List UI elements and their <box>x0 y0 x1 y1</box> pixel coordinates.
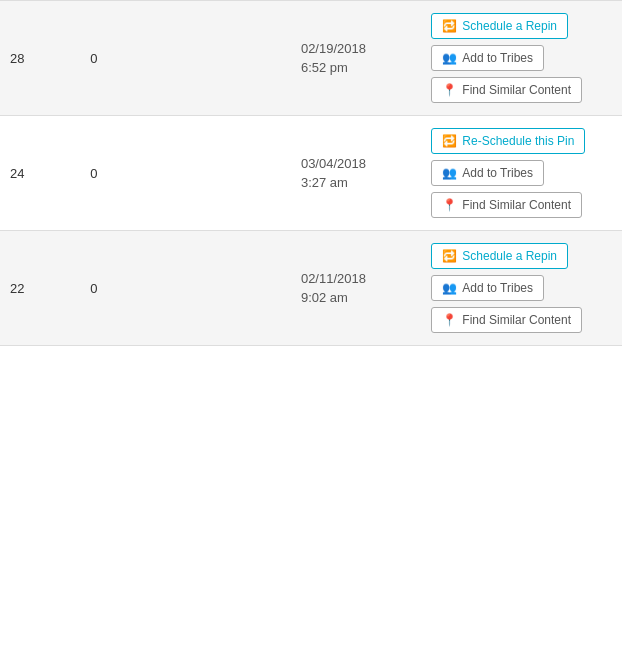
row-count: 0 <box>80 231 160 346</box>
action-buttons: 🔁Re-Schedule this Pin👥Add to Tribes📍Find… <box>431 128 612 218</box>
find-similar-content-button[interactable]: 📍Find Similar Content <box>431 307 582 333</box>
add-to-tribes-button[interactable]: 👥Add to Tribes <box>431 160 544 186</box>
row-actions: 🔁Schedule a Repin👥Add to Tribes📍Find Sim… <box>421 1 622 116</box>
similar-icon: 📍 <box>442 313 457 327</box>
action-btn-label: Schedule a Repin <box>462 249 557 263</box>
content-table: 28002/19/20186:52 pm🔁Schedule a Repin👥Ad… <box>0 0 622 346</box>
add-to-tribes-button[interactable]: 👥Add to Tribes <box>431 45 544 71</box>
row-date: 03/04/20183:27 am <box>291 116 421 231</box>
action-buttons: 🔁Schedule a Repin👥Add to Tribes📍Find Sim… <box>431 243 612 333</box>
similar-icon: 📍 <box>442 198 457 212</box>
repin-icon: 🔁 <box>442 19 457 33</box>
row-date: 02/11/20189:02 am <box>291 231 421 346</box>
row-number: 24 <box>0 116 80 231</box>
date-line2: 9:02 am <box>301 290 348 305</box>
row-count: 0 <box>80 1 160 116</box>
tribes-btn-label: Add to Tribes <box>462 51 533 65</box>
schedule-repin-button[interactable]: 🔁Re-Schedule this Pin <box>431 128 585 154</box>
repin-icon: 🔁 <box>442 249 457 263</box>
row-thumbnail <box>161 1 291 116</box>
similar-btn-label: Find Similar Content <box>462 83 571 97</box>
action-btn-label: Re-Schedule this Pin <box>462 134 574 148</box>
repin-icon: 🔁 <box>442 134 457 148</box>
find-similar-content-button[interactable]: 📍Find Similar Content <box>431 192 582 218</box>
row-thumbnail <box>161 116 291 231</box>
date-line2: 3:27 am <box>301 175 348 190</box>
row-count: 0 <box>80 116 160 231</box>
find-similar-content-button[interactable]: 📍Find Similar Content <box>431 77 582 103</box>
date-line1: 03/04/2018 <box>301 156 366 171</box>
date-line2: 6:52 pm <box>301 60 348 75</box>
table-row: 24003/04/20183:27 am🔁Re-Schedule this Pi… <box>0 116 622 231</box>
tribes-btn-label: Add to Tribes <box>462 281 533 295</box>
similar-icon: 📍 <box>442 83 457 97</box>
table-row: 28002/19/20186:52 pm🔁Schedule a Repin👥Ad… <box>0 1 622 116</box>
add-to-tribes-button[interactable]: 👥Add to Tribes <box>431 275 544 301</box>
tribes-icon: 👥 <box>442 281 457 295</box>
row-actions: 🔁Schedule a Repin👥Add to Tribes📍Find Sim… <box>421 231 622 346</box>
row-number: 22 <box>0 231 80 346</box>
date-line1: 02/19/2018 <box>301 41 366 56</box>
similar-btn-label: Find Similar Content <box>462 313 571 327</box>
schedule-repin-button[interactable]: 🔁Schedule a Repin <box>431 13 568 39</box>
row-date: 02/19/20186:52 pm <box>291 1 421 116</box>
table-row: 22002/11/20189:02 am🔁Schedule a Repin👥Ad… <box>0 231 622 346</box>
row-actions: 🔁Re-Schedule this Pin👥Add to Tribes📍Find… <box>421 116 622 231</box>
date-line1: 02/11/2018 <box>301 271 366 286</box>
similar-btn-label: Find Similar Content <box>462 198 571 212</box>
tribes-icon: 👥 <box>442 166 457 180</box>
action-btn-label: Schedule a Repin <box>462 19 557 33</box>
row-thumbnail <box>161 231 291 346</box>
tribes-icon: 👥 <box>442 51 457 65</box>
row-number: 28 <box>0 1 80 116</box>
action-buttons: 🔁Schedule a Repin👥Add to Tribes📍Find Sim… <box>431 13 612 103</box>
schedule-repin-button[interactable]: 🔁Schedule a Repin <box>431 243 568 269</box>
tribes-btn-label: Add to Tribes <box>462 166 533 180</box>
